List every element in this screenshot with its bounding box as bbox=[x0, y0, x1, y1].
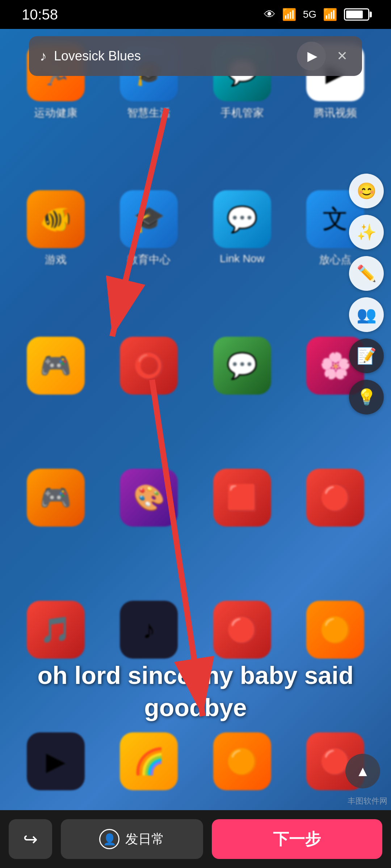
app-icon-image: 🟠 bbox=[306, 601, 364, 659]
app-icon-image: ⭕ bbox=[120, 337, 178, 395]
lyrics-line1: oh lord since my baby said bbox=[14, 659, 377, 691]
sparkle-tool-icon: ✨ bbox=[357, 223, 377, 242]
app-icon-item[interactable]: 🐠游戏 bbox=[14, 190, 97, 326]
app-icon-image: 💬 bbox=[213, 190, 271, 248]
app-icon-label: 放心点 bbox=[319, 252, 352, 267]
battery-icon bbox=[344, 8, 369, 21]
app-icon-image: 🌈 bbox=[120, 732, 178, 790]
app-icon-image: 🎵 bbox=[27, 601, 85, 659]
app-icon-image: 💬 bbox=[213, 337, 271, 395]
app-icon-item[interactable]: 🔴 bbox=[294, 469, 377, 590]
app-icon-image: 🟥 bbox=[213, 469, 271, 527]
daily-label: 发日常 bbox=[125, 830, 164, 848]
app-icon-image: 🟠 bbox=[213, 732, 271, 790]
phone-screen: 🏃运动健康🎓智慧生活💬手机管家▶腾讯视频🐠游戏🎓教育中心💬Link Now文放心… bbox=[0, 29, 391, 868]
eye-icon: 👁 bbox=[264, 8, 276, 21]
share-icon: ↪ bbox=[23, 829, 38, 849]
play-icon: ▶ bbox=[307, 48, 318, 64]
app-icon-label: 手机管家 bbox=[220, 106, 264, 120]
app-icon-image: 🐠 bbox=[27, 190, 85, 248]
light-tool-button[interactable]: 💡 bbox=[349, 380, 384, 414]
daily-icon: 👤 bbox=[99, 829, 119, 849]
status-bar: 10:58 👁 📶 5G 📶 bbox=[0, 0, 391, 29]
note-tool-icon: 📝 bbox=[357, 346, 377, 365]
people-tool-icon: 👥 bbox=[357, 305, 377, 324]
signal-icon: 5G bbox=[303, 9, 316, 20]
battery-fill bbox=[346, 10, 363, 18]
daily-avatar-icon: 👤 bbox=[103, 833, 116, 846]
lyrics-line2: goodbye bbox=[14, 692, 377, 723]
app-icon-item[interactable]: 🎨 bbox=[108, 469, 190, 590]
app-icon-image: 🎮 bbox=[27, 337, 85, 395]
music-note-icon: ♪ bbox=[40, 48, 47, 64]
app-icon-item[interactable]: 🟥 bbox=[201, 469, 283, 590]
people-tool-button[interactable]: 👥 bbox=[349, 297, 384, 332]
chevron-up-icon: ▲ bbox=[356, 763, 370, 779]
watermark: 丰图软件网 bbox=[348, 796, 387, 807]
lyrics-overlay: oh lord since my baby said goodbye bbox=[0, 659, 391, 723]
app-icon-label: 教育中心 bbox=[127, 252, 171, 267]
status-icons: 👁 📶 5G 📶 bbox=[264, 8, 369, 21]
music-notification-bar[interactable]: ♪ Lovesick Blues ▶ ✕ bbox=[29, 36, 362, 76]
app-icon-image: 🎓 bbox=[120, 190, 178, 248]
app-icon-label: Link Now bbox=[220, 252, 264, 265]
app-icon-item[interactable]: 🎓教育中心 bbox=[108, 190, 190, 326]
face-tool-icon: 😊 bbox=[357, 182, 377, 200]
sparkle-tool-button[interactable]: ✨ bbox=[349, 215, 384, 250]
right-tool-panel: 😊 ✨ ✏️ 👥 📝 💡 bbox=[349, 174, 384, 414]
wifi-icon: 📶 bbox=[282, 8, 297, 21]
status-time: 10:58 bbox=[22, 7, 58, 23]
face-tool-button[interactable]: 😊 bbox=[349, 174, 384, 208]
app-icon-image: 🔴 bbox=[306, 469, 364, 527]
edit-tool-button[interactable]: ✏️ bbox=[349, 256, 384, 291]
app-icon-image: ▶ bbox=[27, 732, 85, 790]
app-icon-label: 运动健康 bbox=[34, 106, 77, 120]
app-icon-item[interactable]: 🎮 bbox=[14, 337, 97, 458]
music-play-button[interactable]: ▶ bbox=[297, 42, 326, 71]
signal-bars-icon: 📶 bbox=[323, 8, 337, 21]
edit-tool-icon: ✏️ bbox=[357, 264, 377, 283]
app-icon-item[interactable]: 🎮 bbox=[14, 469, 97, 590]
next-step-button[interactable]: 下一步 bbox=[212, 819, 382, 859]
scroll-up-button[interactable]: ▲ bbox=[345, 754, 380, 788]
share-button[interactable]: ↪ bbox=[9, 819, 52, 859]
app-icon-label: 腾讯视频 bbox=[314, 106, 357, 120]
next-step-label: 下一步 bbox=[273, 829, 321, 850]
app-icon-item[interactable]: 💬Link Now bbox=[201, 190, 283, 326]
app-grid: 🏃运动健康🎓智慧生活💬手机管家▶腾讯视频🐠游戏🎓教育中心💬Link Now文放心… bbox=[0, 29, 391, 868]
app-icon-image: 🎨 bbox=[120, 469, 178, 527]
app-icon-label: 游戏 bbox=[45, 252, 67, 267]
music-close-button[interactable]: ✕ bbox=[333, 45, 351, 67]
note-tool-button[interactable]: 📝 bbox=[349, 339, 384, 373]
app-icon-image: ♪ bbox=[120, 601, 178, 659]
app-icon-label: 智慧生活 bbox=[127, 106, 171, 120]
app-icon-image: 🔴 bbox=[213, 601, 271, 659]
app-icon-image: 🎮 bbox=[27, 469, 85, 527]
app-icon-item[interactable]: ⭕ bbox=[108, 337, 190, 458]
bottom-action-bar: ↪ 👤 发日常 下一步 bbox=[0, 810, 391, 868]
app-icon-item[interactable]: 💬 bbox=[201, 337, 283, 458]
daily-button[interactable]: 👤 发日常 bbox=[61, 819, 203, 859]
music-title: Lovesick Blues bbox=[54, 48, 297, 64]
light-tool-icon: 💡 bbox=[357, 388, 377, 407]
